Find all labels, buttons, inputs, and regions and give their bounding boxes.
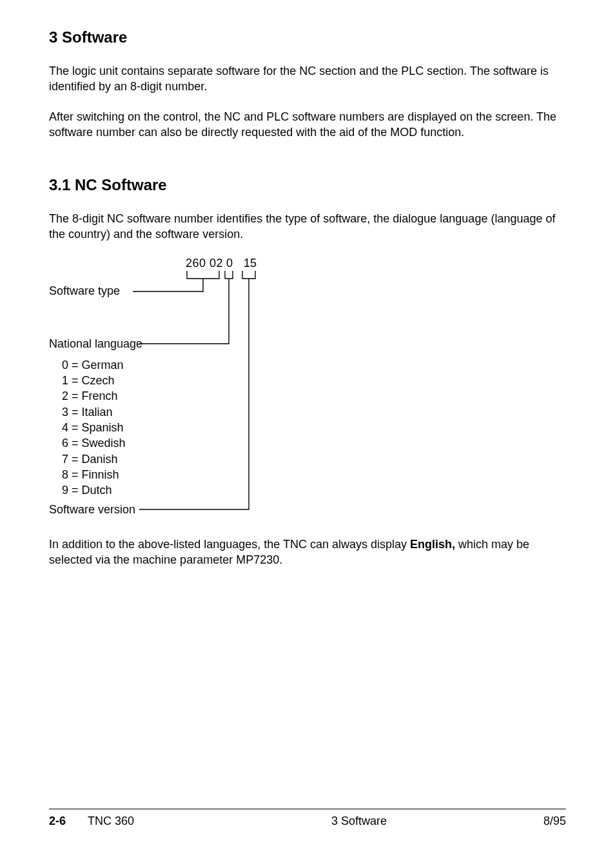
software-number-diagram: 260 02 0 15 Software type National langu… (49, 257, 268, 518)
footer-page: 2-6 (49, 814, 88, 828)
paragraph-3: The 8-digit NC software number identifie… (49, 211, 566, 242)
paragraph-2: After switching on the control, the NC a… (49, 109, 566, 141)
paragraph-1: The logic unit contains separate softwar… (49, 63, 566, 95)
diagram-connectors (49, 257, 268, 518)
note-pre: In addition to the above-listed language… (49, 538, 410, 551)
note-bold: English, (410, 538, 455, 551)
heading-1: 3 Software (49, 28, 566, 46)
footer-section: 3 Software (217, 814, 502, 828)
footer-date: 8/95 (502, 814, 566, 828)
heading-2: 3.1 NC Software (49, 176, 566, 194)
note-english: In addition to the above-listed language… (49, 537, 566, 568)
page-footer: 2-6 TNC 360 3 Software 8/95 (49, 809, 566, 828)
footer-model: TNC 360 (88, 814, 217, 828)
